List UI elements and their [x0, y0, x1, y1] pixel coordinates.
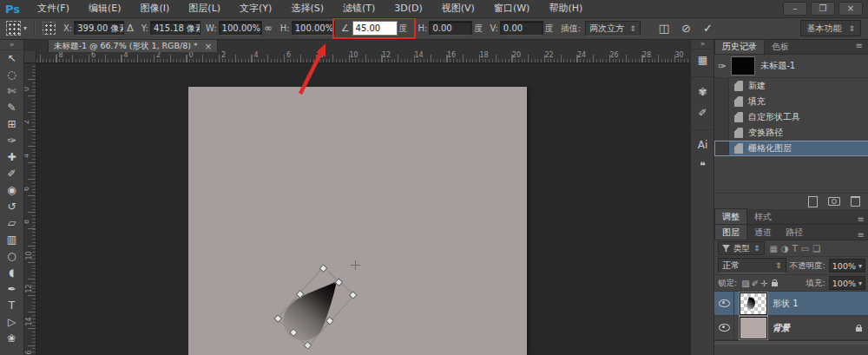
history-source-checkbox[interactable]: [714, 94, 729, 109]
link-dimensions-icon[interactable]: ∞: [265, 23, 273, 34]
panel-tab[interactable]: 图层: [714, 224, 747, 240]
history-brush-icon[interactable]: ✑: [718, 61, 726, 72]
menu-item[interactable]: 滤镜(T): [333, 0, 385, 17]
menu-item[interactable]: 帮助(H): [539, 0, 592, 17]
eye-icon[interactable]: [719, 299, 730, 307]
workspace-switcher[interactable]: 基本功能 ⇕: [800, 20, 861, 36]
menu-item[interactable]: 图层(L): [179, 0, 230, 17]
skew-h-field[interactable]: 0.00: [429, 21, 472, 36]
panel-tab[interactable]: 历史记录: [714, 38, 765, 54]
menu-item[interactable]: 视图(V): [432, 0, 484, 17]
history-step[interactable]: 变换路径: [714, 125, 868, 141]
vertical-ruler[interactable]: 0246810121416: [23, 62, 36, 355]
layer-row[interactable]: 背景: [714, 316, 868, 340]
crop-tool[interactable]: ⊞: [0, 116, 23, 133]
menu-item[interactable]: 编辑(E): [79, 0, 131, 17]
clone-stamp-tool[interactable]: ◉: [0, 182, 23, 199]
panel-tab[interactable]: 色板: [765, 39, 796, 54]
blur-tool[interactable]: ○: [0, 248, 23, 265]
dock-collapse-icon[interactable]: »: [691, 39, 714, 49]
brush-panel-icon[interactable]: ✾: [691, 76, 714, 102]
move-tool[interactable]: ↖: [0, 50, 23, 67]
tab-close-icon[interactable]: ×: [205, 42, 212, 51]
skew-v-field[interactable]: 0.00: [500, 21, 543, 36]
gradient-tool[interactable]: ▥: [0, 232, 23, 248]
menu-item[interactable]: 窗口(W): [484, 0, 539, 17]
history-panel-menu-icon[interactable]: ≡: [852, 41, 867, 50]
relative-position-icon[interactable]: Δ: [127, 23, 134, 34]
history-source-checkbox[interactable]: [714, 141, 729, 156]
tool-preset-icon[interactable]: [6, 21, 21, 36]
filter-pixel-layers-icon[interactable]: ▦: [770, 244, 778, 253]
history-step[interactable]: 填充: [714, 94, 868, 109]
ruler-origin-corner[interactable]: [23, 51, 36, 63]
marquee-tool[interactable]: ◌: [0, 67, 23, 83]
fill-dropdown-icon[interactable]: ▾: [858, 279, 862, 287]
reference-point-locator-icon[interactable]: [43, 22, 56, 35]
document-tab[interactable]: 未标题-1 @ 66.7% (形状 1, RGB/8) * ×: [48, 39, 218, 52]
opacity-dropdown-icon[interactable]: ▾: [858, 262, 862, 270]
lock-transparent-pixels-icon[interactable]: ▨: [741, 279, 749, 288]
brush-presets-panel-icon[interactable]: ✐: [691, 102, 714, 123]
visibility-well[interactable]: [714, 316, 734, 339]
filter-smart-objects-icon[interactable]: ❏: [812, 244, 820, 253]
eyedropper-tool[interactable]: ✑: [0, 133, 23, 149]
preset-dropdown-icon[interactable]: ▾: [23, 24, 27, 32]
lasso-tool[interactable]: ✄: [0, 83, 23, 100]
cancel-transform-icon[interactable]: ⊘: [681, 22, 691, 35]
width-scale-field[interactable]: 100.00%: [219, 21, 262, 36]
filter-shape-layers-icon[interactable]: ▭: [801, 244, 809, 253]
layer-row[interactable]: 形状 1: [714, 292, 868, 316]
layers-panel-menu-icon[interactable]: ≡: [853, 230, 868, 240]
history-source-checkbox[interactable]: [714, 125, 729, 141]
healing-brush-tool[interactable]: ✚: [0, 149, 23, 166]
lock-image-pixels-icon[interactable]: ✐: [752, 279, 759, 288]
toolbar-collapse-icon[interactable]: »: [0, 39, 23, 50]
adjustments-panel-menu-icon[interactable]: ≡: [853, 214, 868, 224]
close-button[interactable]: ×: [838, 2, 863, 16]
layer-filter-dropdown[interactable]: 类型 ⇕: [718, 241, 765, 255]
notes-panel-icon[interactable]: ❝: [691, 155, 714, 176]
filter-adjustment-layers-icon[interactable]: ◑: [781, 244, 789, 253]
new-document-from-state-icon[interactable]: [808, 196, 818, 207]
history-step[interactable]: 新建: [714, 78, 868, 94]
brush-tool[interactable]: ✐: [0, 166, 23, 182]
eraser-tool[interactable]: ▱: [0, 215, 23, 232]
filter-type-layers-icon[interactable]: T: [792, 244, 798, 253]
fill-field[interactable]: 100% ▾: [829, 276, 865, 290]
rotation-angle-field[interactable]: 45.00: [352, 21, 398, 36]
history-snapshot-row[interactable]: ✑ 未标题-1: [714, 55, 868, 78]
y-position-field[interactable]: 415.18 像素: [150, 21, 201, 36]
history-source-checkbox[interactable]: [714, 78, 729, 94]
menu-item[interactable]: 3D(D): [385, 0, 432, 17]
opacity-field[interactable]: 100% ▾: [829, 259, 865, 273]
height-scale-field[interactable]: 100.00%: [292, 21, 335, 36]
document-canvas[interactable]: [188, 87, 527, 355]
menu-item[interactable]: 文件(F): [28, 0, 79, 17]
history-step[interactable]: 自定形状工具: [714, 109, 868, 125]
blend-mode-dropdown[interactable]: 正常 ⇕: [718, 258, 786, 273]
lock-position-icon[interactable]: ✛: [760, 279, 767, 288]
history-source-checkbox[interactable]: [714, 109, 729, 125]
path-selection-tool[interactable]: ▷: [0, 314, 23, 331]
panel-tab[interactable]: 调整: [714, 208, 747, 224]
reference-point-crosshair-icon[interactable]: [351, 260, 360, 270]
menu-item[interactable]: 文字(Y): [230, 0, 281, 17]
panel-tab[interactable]: 通道: [747, 225, 779, 240]
visibility-well[interactable]: [714, 292, 734, 315]
restore-button[interactable]: ❐: [811, 2, 835, 16]
warp-mode-toggle-icon[interactable]: ◫: [659, 22, 669, 35]
layer-thumbnail[interactable]: [740, 317, 767, 339]
canvas-workspace[interactable]: [24, 62, 690, 355]
type-tool[interactable]: T: [0, 298, 23, 314]
character-styles-panel-icon[interactable]: Ai: [691, 129, 714, 155]
clone-source-panel-icon[interactable]: ▦: [691, 49, 714, 70]
history-brush-tool[interactable]: ↺: [0, 199, 23, 215]
menu-item[interactable]: 图像(I): [131, 0, 180, 17]
eye-icon[interactable]: [719, 324, 730, 332]
panel-tab[interactable]: 路径: [779, 225, 810, 240]
menu-item[interactable]: 选择(S): [281, 0, 333, 17]
interpolation-dropdown[interactable]: 两次立方 ⇕: [585, 21, 641, 36]
new-snapshot-icon[interactable]: [828, 197, 840, 206]
dodge-tool[interactable]: ◖: [0, 265, 23, 281]
